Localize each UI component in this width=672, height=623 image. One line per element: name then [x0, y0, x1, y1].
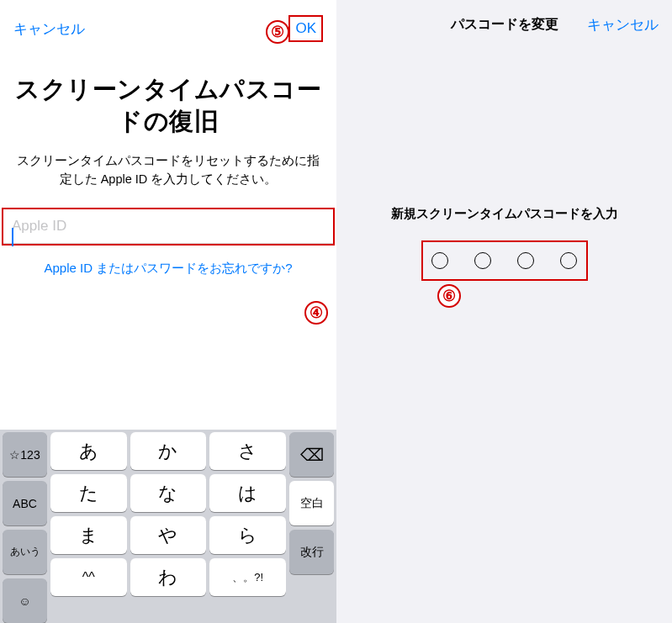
passcode-dot-1[interactable]: [431, 252, 448, 269]
forgot-link[interactable]: Apple ID またはパスワードをお忘れですか?: [0, 246, 336, 292]
key-space[interactable]: 空白: [289, 481, 334, 525]
key-na[interactable]: な: [130, 474, 207, 512]
passcode-dot-2[interactable]: [474, 252, 491, 269]
key-a[interactable]: あ: [50, 432, 127, 470]
key-ha[interactable]: は: [209, 474, 286, 512]
cancel-button[interactable]: キャンセル: [13, 19, 85, 39]
annotation-4: ④: [304, 301, 328, 325]
ok-highlight-box: OK: [288, 15, 323, 42]
key-enter[interactable]: 改行: [289, 530, 334, 574]
keyboard: ☆123 ABC あいう ☺ あ か さ た な は ま や ら ^^ わ 、。…: [0, 430, 336, 623]
passcode-dot-4[interactable]: [560, 252, 577, 269]
screen-recovery: キャンセル OK ⑤ スクリーンタイムパスコードの復旧 スクリーンタイムパスコー…: [0, 0, 336, 623]
text-cursor: [12, 228, 13, 246]
key-ma[interactable]: ま: [50, 516, 127, 554]
key-kana-mode[interactable]: あいう: [3, 530, 47, 574]
annotation-5: ⑤: [266, 20, 289, 44]
key-shift[interactable]: ^^: [50, 558, 127, 596]
ok-button[interactable]: OK: [294, 20, 318, 36]
key-ra[interactable]: ら: [209, 516, 286, 554]
key-num-mode[interactable]: ☆123: [3, 432, 47, 477]
key-ta[interactable]: た: [50, 474, 127, 512]
key-emoji[interactable]: ☺: [3, 578, 47, 623]
apple-id-input[interactable]: [3, 209, 333, 244]
key-punct[interactable]: 、。?!: [209, 558, 286, 596]
nav-bar-right: パスコードを変更 キャンセル: [336, 0, 672, 41]
nav-title: パスコードを変更: [426, 16, 583, 34]
key-ya[interactable]: や: [130, 516, 207, 554]
passcode-prompt: 新規スクリーンタイムパスコードを入力: [336, 206, 672, 222]
key-ka[interactable]: か: [130, 432, 207, 470]
page-title: スクリーンタイムパスコードの復旧: [0, 49, 336, 145]
screen-new-passcode: パスコードを変更 キャンセル 新規スクリーンタイムパスコードを入力 ⑥: [336, 0, 672, 623]
key-abc-mode[interactable]: ABC: [3, 481, 47, 525]
key-backspace[interactable]: ⌫: [289, 432, 334, 477]
apple-id-highlight-box: [2, 208, 335, 246]
passcode-dot-3[interactable]: [517, 252, 534, 269]
passcode-dots-box: [421, 240, 588, 281]
key-sa[interactable]: さ: [209, 432, 286, 470]
key-wa[interactable]: わ: [130, 558, 207, 596]
cancel-button-right[interactable]: キャンセル: [583, 15, 659, 34]
page-subtitle: スクリーンタイムパスコードをリセットするために指定した Apple ID を入力…: [0, 145, 336, 208]
annotation-6: ⑥: [437, 284, 461, 308]
